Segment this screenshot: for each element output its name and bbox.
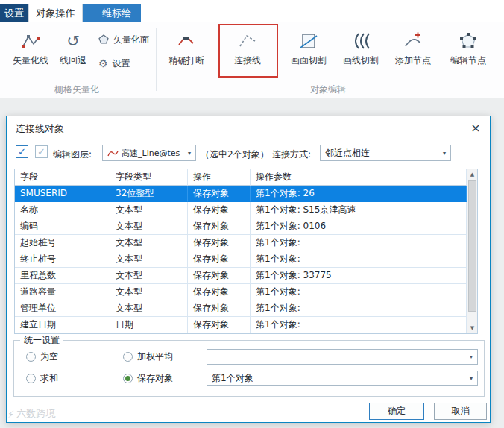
radio-icon [26,352,36,362]
tab-settings[interactable]: 设置 [0,4,28,22]
radio-label: 加权平均 [137,350,173,363]
unified-settings-group: 统一设置 为空 加权平均 求和 保存对象 ▾ 第1个对象 [13,340,485,397]
table-row[interactable]: 里程总数 文本型 保存对象 第1个对象: 33775 [15,268,467,284]
cell-field: 道路容量 [15,284,110,300]
cell-type: 文本型 [110,218,188,235]
cell-operation: 保存对象 [188,251,251,268]
cell-operation: 保存对象 [188,268,251,284]
line-cut-icon [351,31,371,51]
dialog-titlebar[interactable]: 连接线对象 × [7,116,490,139]
cell-param: 第1个对象: [251,251,467,268]
surface-cut-button[interactable]: 画面切割 [283,27,334,78]
tab-2d-plotting[interactable]: 二维标绘 [83,4,141,22]
radio-empty[interactable]: 为空 [26,350,58,362]
check-icon: ✓ [37,147,45,157]
radio-icon [123,374,133,383]
cell-param: 第1个对象: S15京津高速 [251,202,467,218]
lightning-icon: ⚡ [7,409,14,420]
button-label: 矢量化线 [13,54,48,67]
cell-field: 终止桩号 [15,251,110,268]
table-row[interactable]: SMUSERID 32位整型 保存对象 第1个对象: 26 [15,186,467,202]
radio-sum[interactable]: 求和 [26,372,58,384]
secondary-checkbox[interactable]: ✓ [35,145,48,158]
cell-type: 文本型 [110,202,188,218]
cell-field: SMUSERID [15,186,110,202]
watermark: ⚡ 六数跨境 [7,407,55,421]
unified-bottom-combobox[interactable]: 第1个对象 ▾ [207,371,478,386]
close-icon[interactable]: × [467,120,484,135]
table-row[interactable]: 编码 文本型 保存对象 第1个对象: 0106 [15,218,467,235]
cell-type: 日期 [110,317,188,333]
edit-node-button[interactable]: 编辑节点 [443,27,494,78]
group-separator [156,28,157,91]
cell-operation: 保存对象 [188,218,251,235]
scroll-down-icon[interactable]: ▼ [467,323,477,333]
layer-combobox[interactable]: 高速_Line@test ▾ [102,145,196,161]
precise-break-icon [177,31,196,51]
edit-node-icon [459,31,478,51]
cell-type: 文本型 [110,300,188,317]
ribbon: 矢量化线 ↺ 线回退 矢量化面 ⚙ 设置 栅格矢量化 精确打断 [0,22,504,98]
line-cut-button[interactable]: 画线切割 [336,27,386,78]
vectorize-area-button[interactable]: 矢量化面 [95,31,152,48]
button-label: 画面切割 [291,54,327,67]
ok-button[interactable]: 确定 [369,403,424,420]
tab-object-operations[interactable]: 对象操作 [28,4,83,22]
cancel-button[interactable]: 取消 [434,403,487,420]
cell-type: 文本型 [110,284,188,300]
layer-combobox-value: 高速_Line@test [122,148,180,159]
vectorize-area-icon [98,34,109,45]
chevron-down-icon: ▾ [465,350,477,364]
cell-field: 名称 [15,202,110,218]
connect-method-combobox[interactable]: 邻近点相连 ▾ [320,145,451,161]
unified-bottom-combobox-value: 第1个对象 [212,372,253,385]
table-row[interactable]: 管理单位 文本型 保存对象 第1个对象: [15,300,467,317]
field-table: 字段 字段类型 操作 操作参数 SMUSERID 32位整型 保存对象 第1个对… [14,169,478,334]
radio-weighted-average[interactable]: 加权平均 [123,350,173,362]
ribbon-tab-bar: 设置 对象操作 二维标绘 [0,0,504,22]
table-row[interactable]: 名称 文本型 保存对象 第1个对象: S15京津高速 [15,202,467,218]
tab-label: 设置 [4,7,24,20]
cell-operation: 保存对象 [188,284,251,300]
cell-param: 第1个对象: 33775 [251,268,467,284]
cell-param: 第1个对象: [251,235,467,251]
cell-param: 第1个对象: 0106 [251,218,467,235]
column-header-type: 字段类型 [110,169,188,186]
chevron-down-icon: ▾ [465,371,477,385]
column-header-operation: 操作 [188,169,251,186]
cell-operation: 保存对象 [188,186,251,202]
cell-operation: 保存对象 [188,235,251,251]
group-label-object-editing: 对象编辑 [160,84,497,96]
cell-operation: 保存对象 [188,317,251,333]
table-row[interactable]: 道路容量 文本型 保存对象 第1个对象: [15,284,467,300]
table-header-row: 字段 字段类型 操作 操作参数 [15,169,467,186]
tab-label: 对象操作 [37,7,75,20]
radio-icon [26,374,36,383]
radio-label: 为空 [40,350,58,363]
app-window: 设置 对象操作 二维标绘 矢量化线 ↺ 线回退 矢量化面 ⚙ [0,0,504,428]
raster-settings-button[interactable]: ⚙ 设置 [95,55,133,72]
scrollbar-thumb[interactable] [468,180,476,312]
radio-save-object[interactable]: 保存对象 [123,372,173,384]
precise-break-button[interactable]: 精确打断 [161,27,212,78]
tab-label: 二维标绘 [92,7,131,20]
dialog-title: 连接线对象 [16,122,64,136]
column-header-field: 字段 [15,169,110,186]
add-node-button[interactable]: 添加节点 [388,27,438,78]
scroll-up-icon[interactable]: ▲ [467,169,477,180]
watermark-text: 六数跨境 [16,407,55,421]
cell-field: 建立日期 [15,317,110,333]
vectorize-line-button[interactable]: 矢量化线 [9,27,52,78]
button-label: 画线切割 [343,54,379,67]
line-undo-button[interactable]: ↺ 线回退 [54,27,92,78]
table-row[interactable]: 终止桩号 文本型 保存对象 第1个对象: [15,251,467,268]
cell-operation: 保存对象 [188,300,251,317]
table-row[interactable]: 起始桩号 文本型 保存对象 第1个对象: [15,235,467,251]
vertical-scrollbar[interactable]: ▲ ▼ [467,169,477,333]
unified-top-combobox[interactable]: ▾ [207,349,478,365]
table-row[interactable]: 建立日期 日期 保存对象 第1个对象: [15,317,467,333]
polygon-cut-icon [299,31,318,51]
connect-line-dialog: 连接线对象 × ✓ ✓ 编辑图层: 高速_Line@test ▾ （选中2个对象… [6,116,491,423]
cell-field: 起始桩号 [15,235,110,251]
select-all-checkbox[interactable]: ✓ [16,145,28,158]
